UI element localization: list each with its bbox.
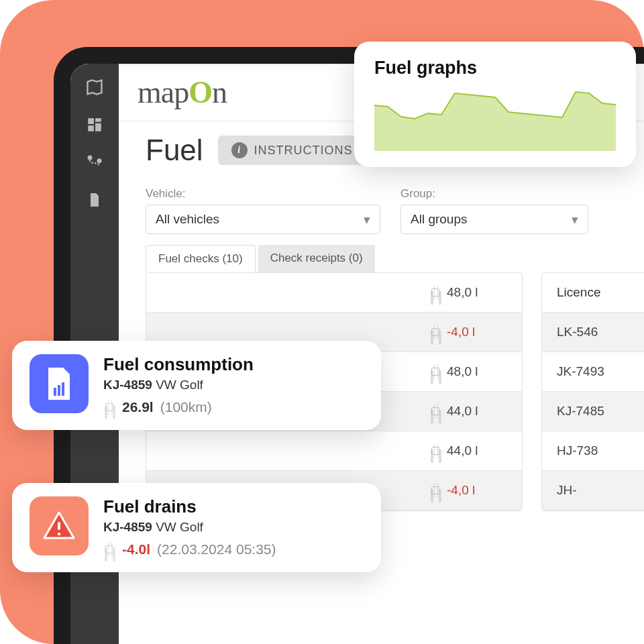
- cpu-icon: [103, 543, 115, 555]
- svg-rect-0: [88, 118, 94, 124]
- cpu-icon: [429, 366, 441, 378]
- svg-rect-9: [58, 385, 60, 396]
- fuel-drains-title: Fuel drains: [103, 496, 276, 517]
- vehicle-select[interactable]: All vehicles: [146, 205, 380, 234]
- svg-rect-11: [58, 522, 60, 530]
- fuel-sparkline: [374, 87, 616, 151]
- svg-point-12: [58, 533, 60, 535]
- group-select[interactable]: All groups: [400, 205, 588, 234]
- info-icon: i: [231, 142, 248, 158]
- svg-rect-3: [88, 125, 94, 131]
- fuel-consumption-card: Fuel consumption KJ-4859 VW Golf 26.9l (…: [12, 341, 381, 430]
- vehicle-filter-label: Vehicle:: [146, 187, 380, 201]
- licence-table: Licence LK-546 JK-7493 KJ-7485 HJ-738 JH…: [541, 272, 644, 511]
- page-title: Fuel: [146, 133, 203, 167]
- table-cell: [254, 431, 415, 471]
- fuel-drains-card: Fuel drains KJ-4859 VW Golf -4.0l (22.03…: [12, 483, 381, 572]
- logo: mapOn: [138, 74, 227, 110]
- table-cell: LK-546: [542, 313, 644, 352]
- cpu-icon: [429, 445, 441, 457]
- table-cell: 48,0 l: [415, 273, 522, 313]
- cpu-icon: [103, 401, 115, 413]
- table-cell: HJ-738: [542, 431, 644, 471]
- dashboard-icon[interactable]: [83, 113, 106, 136]
- table-cell: JH-: [542, 471, 644, 511]
- licence-header: Licence: [542, 273, 644, 313]
- table-cell: 48,0 l: [415, 352, 522, 392]
- table-cell: -4,0 l: [415, 471, 522, 511]
- svg-rect-8: [54, 388, 56, 396]
- table-cell: JK-7493: [542, 352, 644, 392]
- alert-triangle-icon: [30, 496, 89, 555]
- table-cell: [146, 273, 254, 313]
- route-icon[interactable]: [83, 151, 106, 174]
- fuel-graphs-title: Fuel graphs: [374, 58, 616, 78]
- cpu-icon: [429, 405, 441, 417]
- table-cell: [254, 273, 415, 313]
- cpu-icon: [429, 326, 441, 338]
- table-cell: KJ-7485: [542, 392, 644, 431]
- group-filter-label: Group:: [400, 187, 588, 201]
- fuel-drains-vehicle: KJ-4859 VW Golf: [103, 520, 276, 535]
- bar-chart-file-icon: [30, 354, 89, 413]
- svg-rect-1: [95, 118, 101, 121]
- instructions-button[interactable]: i INSTRUCTIONS: [218, 136, 366, 165]
- tab-check-receipts[interactable]: Check receipts (0): [258, 245, 375, 272]
- document-icon[interactable]: [83, 189, 106, 211]
- fuel-consumption-vehicle: KJ-4859 VW Golf: [103, 378, 254, 392]
- svg-point-5: [97, 158, 102, 163]
- table-cell: [146, 431, 254, 471]
- cpu-icon: [429, 484, 441, 496]
- fuel-consumption-title: Fuel consumption: [103, 354, 254, 375]
- svg-rect-2: [95, 123, 101, 131]
- map-icon[interactable]: [83, 76, 106, 99]
- svg-point-4: [88, 156, 93, 160]
- table-cell: 44,0 l: [415, 392, 522, 431]
- table-cell: -4,0 l: [415, 313, 522, 352]
- table-cell: 44,0 l: [415, 431, 522, 471]
- svg-rect-10: [62, 382, 64, 396]
- fuel-graphs-card: Fuel graphs: [354, 42, 636, 167]
- cpu-icon: [429, 286, 441, 299]
- tab-fuel-checks[interactable]: Fuel checks (10): [146, 245, 256, 272]
